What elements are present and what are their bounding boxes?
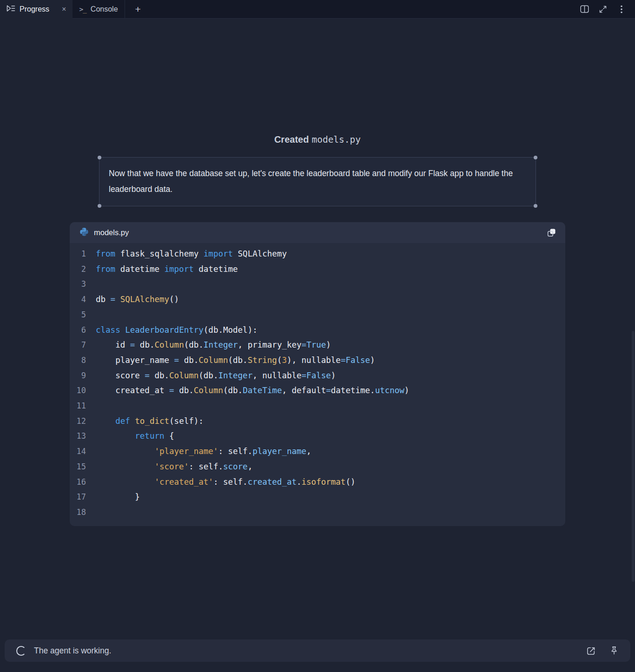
- pin-icon[interactable]: [606, 643, 622, 659]
- new-tab-button[interactable]: +: [125, 0, 151, 18]
- line-number: 17: [70, 489, 96, 505]
- code-line: 6class LeaderboardEntry(db.Model):: [70, 323, 565, 338]
- line-number: 10: [70, 383, 96, 398]
- code-line: 15 'score': self.score,: [70, 459, 565, 474]
- tab-label: Console: [91, 5, 118, 13]
- expand-icon[interactable]: [596, 2, 610, 16]
- open-external-icon[interactable]: [583, 643, 599, 659]
- tab-console[interactable]: >_ Console: [73, 0, 124, 18]
- line-number: 7: [70, 337, 96, 353]
- line-number: 18: [70, 505, 96, 520]
- code-line: 14 'player_name': self.player_name,: [70, 444, 565, 459]
- selection-handle: [98, 156, 101, 159]
- line-number: 16: [70, 474, 96, 490]
- line-number: 9: [70, 368, 96, 383]
- code-text: from flask_sqlalchemy import SQLAlchemy: [96, 246, 287, 262]
- tab-bar: Progress × >_ Console +: [0, 0, 635, 19]
- code-text: db = SQLAlchemy(): [96, 292, 179, 307]
- agent-status-bar: The agent is working.: [5, 639, 630, 662]
- agent-status-text: The agent is working.: [34, 646, 583, 656]
- code-line: 17 }: [70, 489, 565, 505]
- code-text: from datetime import datetime: [96, 262, 238, 277]
- line-number: 12: [70, 414, 96, 429]
- line-number: 1: [70, 246, 96, 262]
- code-text: id = db.Column(db.Integer, primary_key=T…: [96, 337, 331, 353]
- code-editor[interactable]: 1from flask_sqlalchemy import SQLAlchemy…: [70, 243, 565, 526]
- code-filename: models.py: [94, 228, 545, 237]
- line-number: 4: [70, 292, 96, 307]
- agent-message-text: Now that we have the database set up, le…: [109, 169, 513, 194]
- terminal-icon: >_: [79, 6, 86, 13]
- code-text: def to_dict(self):: [96, 414, 204, 429]
- python-icon: [79, 227, 89, 238]
- line-number: 6: [70, 323, 96, 338]
- code-line: 16 'created_at': self.created_at.isoform…: [70, 474, 565, 490]
- selection-handle: [98, 204, 101, 208]
- code-line: 9 score = db.Column(db.Integer, nullable…: [70, 368, 565, 383]
- code-line: 3: [70, 277, 565, 292]
- code-line: 4db = SQLAlchemy(): [70, 292, 565, 307]
- line-number: 2: [70, 262, 96, 277]
- code-text: 'created_at': self.created_at.isoformat(…: [96, 474, 355, 490]
- code-text: return {: [96, 428, 174, 444]
- progress-icon: [7, 5, 15, 14]
- selection-handle: [534, 204, 537, 208]
- line-number: 13: [70, 428, 96, 444]
- code-text: score = db.Column(db.Integer, nullable=F…: [96, 368, 336, 383]
- status-bar-actions: [583, 643, 622, 659]
- line-number: 11: [70, 398, 96, 414]
- line-number: 15: [70, 459, 96, 474]
- code-line: 5: [70, 307, 565, 323]
- tab-progress[interactable]: Progress ×: [0, 0, 73, 19]
- line-number: 8: [70, 353, 96, 368]
- code-line: 2from datetime import datetime: [70, 262, 565, 277]
- code-card: models.py 1from flask_sqlalchemy import …: [70, 222, 565, 526]
- tabbar-spacer: [151, 0, 577, 18]
- copy-code-button[interactable]: [545, 226, 558, 239]
- code-line: 1from flask_sqlalchemy import SQLAlchemy: [70, 246, 565, 262]
- line-number: 5: [70, 307, 96, 323]
- scrollbar-thumb[interactable]: [632, 331, 635, 582]
- code-card-header: models.py: [70, 222, 565, 243]
- progress-pane: Createdmodels.py Now that we have the da…: [0, 19, 635, 526]
- step-filename: models.py: [311, 134, 361, 145]
- code-text: 'score': self.score,: [96, 459, 252, 474]
- spinner-icon: [16, 646, 26, 656]
- code-line: 18: [70, 505, 565, 520]
- step-title: Createdmodels.py: [0, 134, 635, 145]
- tab-label: Progress: [20, 5, 49, 13]
- line-number: 3: [70, 277, 96, 292]
- code-text: }: [96, 489, 140, 505]
- code-line: 11: [70, 398, 565, 414]
- code-line: 7 id = db.Column(db.Integer, primary_key…: [70, 337, 565, 353]
- code-line: 13 return {: [70, 428, 565, 444]
- split-view-icon[interactable]: [577, 2, 591, 16]
- code-line: 12 def to_dict(self):: [70, 414, 565, 429]
- agent-message-box: Now that we have the database set up, le…: [99, 157, 536, 206]
- window-controls: [577, 0, 635, 18]
- code-text: created_at = db.Column(db.DateTime, defa…: [96, 383, 409, 398]
- selection-handle: [534, 156, 537, 159]
- code-line: 8 player_name = db.Column(db.String(3), …: [70, 353, 565, 368]
- step-action: Created: [274, 134, 309, 145]
- line-number: 14: [70, 444, 96, 459]
- code-text: player_name = db.Column(db.String(3), nu…: [96, 353, 375, 368]
- code-text: 'player_name': self.player_name,: [96, 444, 311, 459]
- code-text: class LeaderboardEntry(db.Model):: [96, 323, 258, 338]
- code-line: 10 created_at = db.Column(db.DateTime, d…: [70, 383, 565, 398]
- more-menu-icon[interactable]: [615, 2, 628, 16]
- close-icon[interactable]: ×: [60, 5, 68, 14]
